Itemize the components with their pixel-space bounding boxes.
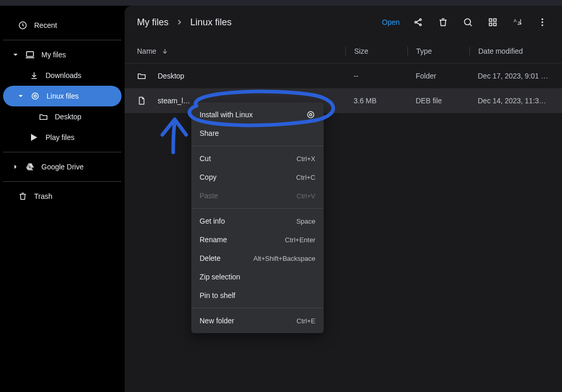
sidebar-item-playfiles[interactable]: Play files (3, 127, 121, 148)
window-titlebar (0, 0, 562, 6)
svg-rect-10 (489, 23, 492, 26)
sidebar-item-label: Linux files (47, 92, 115, 100)
laptop-icon (25, 50, 35, 60)
trash-icon (18, 191, 28, 201)
menu-label: Rename (200, 236, 280, 244)
menu-label: Get info (200, 217, 291, 225)
table-row[interactable]: Desktop -- Folder Dec 17, 2023, 9:01 … (125, 64, 562, 88)
column-label: Type (416, 47, 432, 55)
menu-install-with-linux[interactable]: Install with Linux (191, 105, 324, 124)
sort-az-icon: AZ (512, 17, 523, 27)
linux-icon (30, 91, 40, 101)
sidebar-item-label: Trash (34, 192, 115, 200)
sidebar-item-recent[interactable]: Recent (3, 15, 121, 36)
file-icon (137, 96, 153, 105)
svg-point-3 (34, 95, 37, 98)
table-header: Name Size Type Date modified (125, 39, 562, 64)
drive-icon (25, 162, 35, 172)
menu-separator (191, 208, 324, 209)
sort-button[interactable]: AZ (507, 12, 528, 33)
svg-point-15 (541, 21, 543, 23)
menu-rename[interactable]: Rename Ctrl+Enter (191, 230, 324, 249)
sidebar-item-desktop[interactable]: Desktop (3, 106, 121, 127)
menu-cut[interactable]: Cut Ctrl+X (191, 149, 324, 168)
svg-point-17 (308, 112, 314, 118)
toolbar: My files Linux files Open (125, 6, 562, 39)
table-row[interactable]: steam_l… 3.6 MB DEB file Dec 14, 2023, 1… (125, 88, 562, 113)
sidebar-item-linuxfiles[interactable]: Linux files (3, 86, 121, 106)
svg-rect-8 (489, 19, 492, 21)
sidebar-item-label: Downloads (45, 71, 115, 80)
column-date[interactable]: Date modified (469, 47, 550, 55)
chevron-down-icon[interactable] (18, 93, 24, 99)
menu-separator (191, 146, 324, 146)
share-button[interactable] (408, 12, 429, 33)
svg-text:Z: Z (518, 21, 520, 26)
play-icon (29, 132, 39, 143)
menu-copy[interactable]: Copy Ctrl+C (191, 168, 324, 186)
menu-label: Pin to shelf (200, 291, 315, 300)
menu-label: Copy (200, 173, 291, 181)
chevron-right-icon (177, 20, 182, 25)
column-type[interactable]: Type (407, 47, 469, 55)
menu-pin-to-shelf[interactable]: Pin to shelf (191, 286, 324, 305)
menu-label: Cut (200, 154, 292, 163)
menu-delete[interactable]: Delete Alt+Shift+Backspace (191, 249, 324, 268)
view-toggle-button[interactable] (482, 12, 503, 33)
menu-label: Delete (200, 254, 248, 262)
menu-share[interactable]: Share (191, 124, 324, 143)
clock-icon (18, 20, 28, 30)
open-button[interactable]: Open (378, 18, 404, 26)
row-type: DEB file (407, 97, 469, 105)
svg-rect-9 (494, 19, 496, 21)
sidebar: Recent My files Downloads Li (0, 6, 125, 392)
menu-label: Paste (200, 192, 292, 200)
menu-label: Zip selection (200, 273, 315, 281)
row-size: 3.6 MB (345, 97, 407, 105)
delete-button[interactable] (433, 12, 453, 33)
column-size[interactable]: Size (345, 47, 407, 55)
sidebar-item-myfiles[interactable]: My files (3, 44, 121, 65)
menu-accel: Alt+Shift+Backspace (253, 255, 315, 262)
menu-get-info[interactable]: Get info Space (191, 212, 324, 230)
svg-point-18 (310, 114, 312, 116)
svg-point-16 (541, 24, 543, 26)
breadcrumb-current[interactable]: Linux files (190, 17, 232, 28)
svg-point-5 (420, 19, 421, 20)
menu-separator (191, 308, 324, 308)
context-menu: Install with Linux Share Cut Ctrl+X Copy… (191, 102, 324, 333)
grid-icon (488, 17, 498, 27)
menu-zip[interactable]: Zip selection (191, 268, 324, 286)
row-size: -- (345, 72, 407, 80)
download-icon (29, 70, 39, 81)
folder-icon (137, 71, 153, 81)
chevron-right-icon[interactable] (12, 164, 19, 169)
svg-rect-1 (26, 52, 33, 56)
sidebar-item-trash[interactable]: Trash (3, 186, 121, 207)
sidebar-item-downloads[interactable]: Downloads (3, 65, 121, 86)
breadcrumb-root[interactable]: My files (137, 17, 169, 28)
menu-accel: Ctrl+V (297, 192, 315, 200)
chevron-down-icon[interactable] (12, 52, 19, 57)
menu-new-folder[interactable]: New folder Ctrl+E (191, 311, 324, 330)
sidebar-item-label: Play files (45, 133, 115, 142)
column-label: Name (137, 47, 156, 55)
share-icon (413, 17, 423, 27)
search-button[interactable] (458, 12, 478, 33)
menu-accel: Ctrl+E (297, 317, 315, 325)
column-name[interactable]: Name (137, 47, 345, 55)
row-date: Dec 14, 2023, 11:3… (469, 97, 550, 105)
menu-label: New folder (200, 317, 292, 325)
svg-point-2 (32, 93, 38, 99)
sidebar-divider (3, 40, 121, 40)
menu-label: Share (200, 129, 315, 137)
row-type: Folder (407, 72, 469, 80)
more-button[interactable] (532, 12, 553, 33)
sidebar-divider (3, 181, 121, 182)
main-panel: My files Linux files Open (125, 6, 562, 392)
column-label: Size (354, 47, 368, 55)
sort-arrow-down-icon (161, 48, 169, 55)
sidebar-item-googledrive[interactable]: Google Drive (3, 156, 121, 177)
menu-accel: Ctrl+Enter (285, 236, 315, 244)
more-vert-icon (537, 17, 548, 27)
